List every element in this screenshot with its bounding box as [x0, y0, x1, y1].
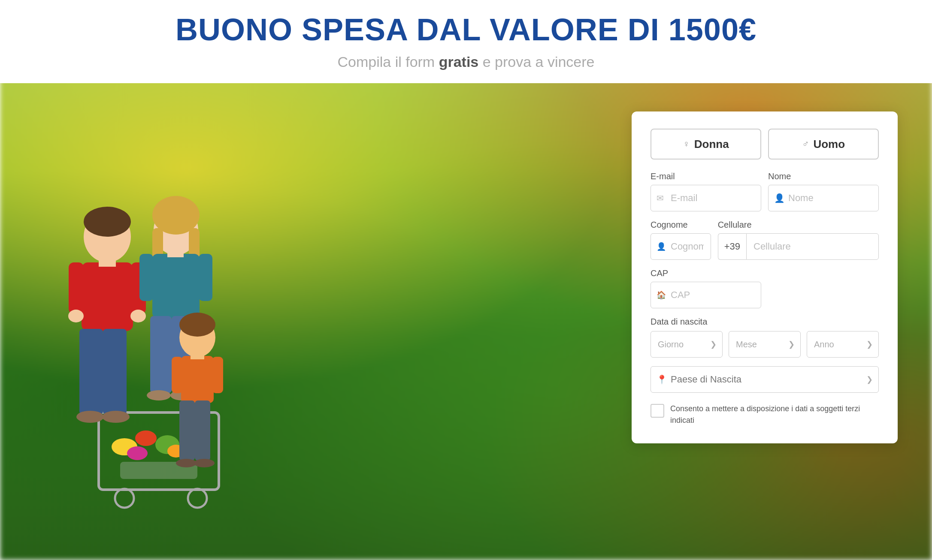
svg-rect-39: [191, 353, 204, 359]
mese-wrapper: Mese ❯: [729, 331, 801, 358]
svg-point-44: [176, 459, 197, 467]
nome-label: Nome: [768, 172, 879, 181]
cap-row: CAP 🏠: [651, 268, 879, 308]
subtitle-plain: Compila il form: [337, 54, 439, 70]
gender-row: ♀ Donna ♂ Uomo: [651, 129, 879, 160]
donna-label: Donna: [694, 138, 729, 151]
giorno-select[interactable]: Giorno: [651, 331, 723, 358]
cognome-input-wrapper: 👤: [651, 233, 711, 260]
cap-icon: 🏠: [657, 290, 666, 300]
paese-input[interactable]: [651, 366, 879, 393]
svg-rect-40: [179, 400, 195, 461]
nome-group: Nome 👤: [768, 172, 879, 211]
svg-point-6: [135, 431, 157, 446]
cognome-cellulare-row: Cognome 👤 Cellulare +39: [651, 220, 879, 260]
email-nome-row: E-mail ✉ Nome 👤: [651, 172, 879, 211]
form-panel: ♀ Donna ♂ Uomo E-mail ✉ Nom: [632, 111, 898, 443]
svg-rect-29: [167, 250, 184, 257]
svg-point-4: [188, 489, 207, 508]
family-image: [0, 94, 309, 560]
svg-rect-33: [199, 254, 212, 301]
email-group: E-mail ✉: [651, 172, 761, 211]
svg-rect-43: [212, 357, 223, 393]
svg-rect-28: [152, 254, 200, 318]
main-title: BUONO SPESA DAL VALORE DI 1500€: [0, 13, 932, 47]
cap-label: CAP: [651, 268, 761, 278]
dob-label: Data di nascita: [651, 317, 879, 327]
cognome-icon: 👤: [657, 242, 666, 251]
cellulare-group: Cellulare +39: [718, 220, 879, 260]
cap-spacer: [768, 268, 879, 308]
svg-rect-15: [99, 258, 116, 267]
nome-input-wrapper: 👤: [768, 185, 879, 211]
svg-rect-17: [103, 329, 127, 415]
cognome-label: Cognome: [651, 220, 711, 230]
svg-rect-38: [181, 356, 214, 403]
cap-input-wrapper: 🏠: [651, 282, 761, 308]
paese-pin-icon: 📍: [657, 374, 667, 385]
donna-icon: ♀: [683, 138, 690, 150]
uomo-label: Uomo: [813, 138, 845, 151]
cap-group: CAP 🏠: [651, 268, 761, 308]
svg-point-23: [102, 411, 130, 423]
svg-point-34: [147, 390, 171, 400]
family-illustration: [13, 164, 305, 558]
svg-rect-14: [82, 262, 133, 331]
giorno-wrapper: Giorno ❯: [651, 331, 723, 358]
consent-row: Consento a mettere a disposizione i dati…: [651, 403, 879, 426]
cellulare-label: Cellulare: [718, 220, 879, 230]
svg-point-13: [84, 207, 131, 237]
email-label: E-mail: [651, 172, 761, 181]
svg-rect-42: [172, 357, 183, 393]
page-wrapper: BUONO SPESA DAL VALORE DI 1500€ Compila …: [0, 0, 932, 560]
phone-prefix: +39: [718, 233, 746, 260]
paese-arrow: ❯: [866, 375, 873, 384]
svg-rect-41: [195, 400, 210, 461]
svg-point-22: [76, 411, 104, 423]
anno-select[interactable]: Anno: [807, 331, 879, 358]
svg-rect-16: [79, 329, 103, 415]
anno-wrapper: Anno ❯: [807, 331, 879, 358]
svg-point-3: [115, 489, 134, 508]
nome-icon: 👤: [774, 193, 785, 203]
uomo-icon: ♂: [802, 138, 809, 150]
svg-point-37: [179, 313, 215, 337]
dob-selects: Giorno ❯ Mese ❯ Anno ❯: [651, 331, 879, 358]
cap-input[interactable]: [651, 282, 761, 308]
svg-point-21: [130, 310, 146, 322]
email-input[interactable]: [651, 185, 761, 211]
svg-rect-18: [69, 262, 84, 314]
subtitle-rest: e prova a vincere: [478, 54, 594, 70]
email-input-wrapper: ✉: [651, 185, 761, 211]
dob-section: Data di nascita Giorno ❯ Mese ❯: [651, 317, 879, 358]
subtitle: Compila il form gratis e prova a vincere: [0, 54, 932, 70]
svg-point-20: [68, 310, 84, 322]
consent-checkbox[interactable]: [651, 404, 664, 418]
consent-text: Consento a mettere a disposizione i dati…: [670, 403, 879, 426]
cognome-group: Cognome 👤: [651, 220, 711, 260]
header-section: BUONO SPESA DAL VALORE DI 1500€ Compila …: [0, 0, 932, 83]
paese-wrapper: 📍 ❯: [651, 366, 879, 393]
email-icon: ✉: [657, 193, 664, 203]
svg-point-9: [127, 446, 148, 460]
content-area: ♀ Donna ♂ Uomo E-mail ✉ Nom: [0, 94, 932, 560]
svg-rect-32: [139, 254, 153, 301]
uomo-button[interactable]: ♂ Uomo: [768, 129, 879, 160]
cellulare-input[interactable]: [746, 233, 879, 260]
phone-group: +39: [718, 233, 879, 260]
donna-button[interactable]: ♀ Donna: [651, 129, 761, 160]
family-svg: [13, 164, 305, 560]
subtitle-bold: gratis: [439, 54, 479, 70]
svg-point-45: [194, 459, 215, 467]
mese-select[interactable]: Mese: [729, 331, 801, 358]
svg-rect-30: [150, 316, 172, 393]
